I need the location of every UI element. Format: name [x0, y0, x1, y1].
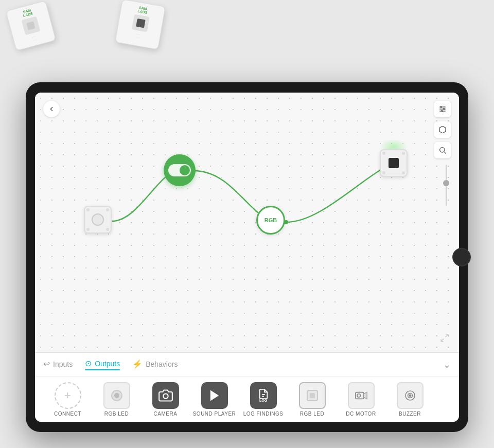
tablet-home-button[interactable]	[452, 248, 471, 266]
expand-button[interactable]	[438, 332, 451, 344]
node-led-hardware[interactable]	[380, 149, 408, 177]
chevron-down-icon[interactable]: ⌄	[443, 359, 451, 370]
toggle-switch	[168, 164, 191, 176]
zoom-handle[interactable]	[443, 180, 449, 186]
connect-circle-icon: +	[55, 382, 81, 409]
led-center	[389, 158, 399, 168]
svg-line-12	[444, 152, 446, 153]
outputs-icon: ⊙	[85, 359, 92, 368]
behaviors-icon: ⚡	[132, 359, 143, 369]
svg-line-13	[446, 334, 448, 337]
svg-marker-16	[210, 390, 218, 401]
palette-rgb-led-2[interactable]: RGB LED	[288, 382, 337, 417]
decorative-tile-1: SAMLABS · · ·· · ·	[6, 1, 56, 51]
svg-point-23	[409, 395, 411, 396]
camera-icon	[152, 382, 179, 409]
rgb-led-outline-icon-wrapper	[299, 382, 326, 409]
svg-point-10	[441, 111, 443, 112]
connect-icon-wrapper: +	[55, 382, 81, 409]
view-3d-button[interactable]	[434, 121, 451, 138]
sound-player-icon-wrapper	[201, 382, 228, 409]
rgb-led-icon-wrapper	[103, 382, 130, 409]
node-rgb[interactable]: RGB	[256, 206, 285, 235]
svg-point-8	[440, 106, 442, 108]
tablet-screen: RGB ↩ Inputs	[35, 93, 459, 422]
palette-buzzer[interactable]: BUZZER	[385, 382, 434, 417]
dc-motor-icon	[348, 382, 375, 409]
back-button[interactable]	[43, 101, 60, 117]
zoom-slider[interactable]	[446, 165, 447, 206]
tabs-row: ↩ Inputs ⊙ Outputs ⚡ Behaviors ⌄	[35, 353, 459, 377]
svg-point-11	[440, 148, 445, 152]
svg-line-14	[441, 339, 444, 342]
buzzer-icon	[397, 382, 424, 409]
sound-player-icon	[201, 382, 228, 409]
palette-items-row: + CONNECT RGB LED	[35, 377, 459, 422]
search-button[interactable]	[434, 142, 451, 158]
tab-outputs[interactable]: ⊙ Outputs	[85, 359, 120, 370]
decorative-tile-2: SAMLABS · · ·· · ·	[115, 0, 165, 50]
palette-rgb-led-1[interactable]: RGB LED	[92, 382, 141, 417]
palette-dc-motor[interactable]: DC MOTOR	[337, 382, 385, 417]
buzzer-icon-wrapper	[397, 382, 424, 409]
palette-connect[interactable]: + CONNECT	[43, 382, 92, 417]
toggle-knob	[180, 165, 190, 175]
node-toggle[interactable]	[164, 154, 196, 186]
node-button-hardware[interactable]	[84, 206, 117, 239]
svg-point-15	[163, 393, 168, 398]
palette-camera[interactable]: CAMERA	[141, 382, 190, 417]
palette-sound-player[interactable]: SOUND PLAYER	[190, 382, 239, 417]
dc-motor-icon-wrapper	[348, 382, 375, 409]
camera-icon-wrapper	[152, 382, 179, 409]
canvas-area[interactable]: RGB	[35, 93, 459, 352]
svg-point-9	[443, 109, 445, 110]
tablet: RGB ↩ Inputs	[26, 82, 468, 432]
hw-button-cap	[92, 213, 104, 226]
rgb-led-outline-icon	[299, 382, 326, 409]
settings-button[interactable]	[434, 101, 451, 117]
bottom-panel: ↩ Inputs ⊙ Outputs ⚡ Behaviors ⌄	[35, 352, 459, 422]
log-findings-icon-wrapper: LOG	[250, 382, 277, 409]
palette-log-findings[interactable]: LOG LOG FINDINGS	[239, 382, 288, 417]
log-findings-icon: LOG	[250, 382, 277, 409]
tab-behaviors[interactable]: ⚡ Behaviors	[132, 359, 178, 370]
svg-point-20	[357, 393, 360, 397]
inputs-icon: ↩	[43, 359, 50, 369]
tab-inputs[interactable]: ↩ Inputs	[43, 359, 73, 370]
rgb-led-icon	[103, 382, 130, 409]
